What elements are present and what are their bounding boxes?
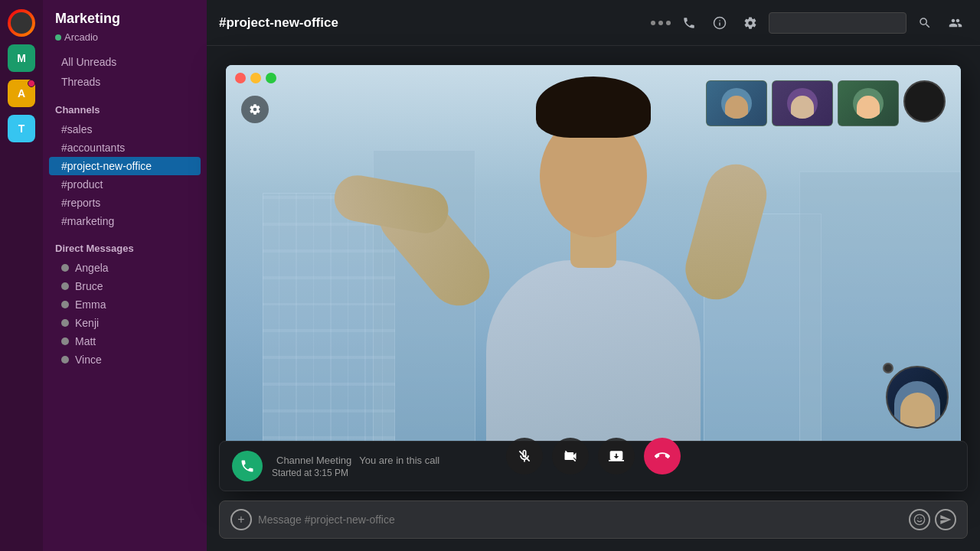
- dm-name-label: Kenji: [75, 317, 99, 329]
- dm-status-dot: [61, 337, 69, 345]
- channels-list: #sales#accountants#project-new-office#pr…: [43, 120, 207, 230]
- dm-name-label: Vince: [75, 354, 102, 366]
- dm-item-kenji[interactable]: Kenji: [49, 314, 201, 332]
- dm-name-label: Angela: [75, 262, 109, 274]
- channel-item-marketing[interactable]: #marketing: [49, 212, 201, 230]
- br-indicator: [883, 363, 893, 373]
- workspace-title: Marketing: [55, 11, 120, 27]
- main-content: #project-new-office: [207, 0, 980, 551]
- dot1: [651, 21, 655, 25]
- dm-item-angela[interactable]: Angela: [49, 259, 201, 277]
- minimize-dot[interactable]: [250, 73, 261, 83]
- search-input[interactable]: [769, 12, 906, 34]
- message-input[interactable]: [258, 514, 903, 526]
- br-thumb: [886, 366, 949, 429]
- maximize-dot[interactable]: [266, 73, 276, 83]
- video-controls: [506, 438, 681, 474]
- nav-threads[interactable]: Threads: [49, 72, 201, 92]
- call-notification-icon: [232, 451, 263, 481]
- channel-header: #project-new-office: [207, 0, 980, 46]
- settings-button[interactable]: [738, 11, 763, 35]
- dm-name-label: Emma: [75, 298, 106, 311]
- dm-name-label: Matt: [75, 335, 96, 347]
- call-button[interactable]: [677, 11, 701, 35]
- workspace-icon-1[interactable]: M: [8, 44, 35, 72]
- participant-thumb-3: [838, 80, 899, 126]
- status-dot: [55, 34, 61, 41]
- channel-item-project-new-office[interactable]: #project-new-office: [49, 157, 201, 175]
- send-button[interactable]: [935, 509, 956, 530]
- br-participant-container: [886, 366, 949, 429]
- header-actions: [651, 11, 968, 35]
- screen-share-button[interactable]: [598, 438, 635, 474]
- video-main: [226, 65, 961, 490]
- mute-button[interactable]: [506, 438, 543, 474]
- dm-status-dot: [61, 264, 69, 272]
- video-overlay: Channel Meeting You are in this call Sta…: [207, 46, 980, 551]
- username-label: Arcadio: [64, 31, 98, 43]
- dm-status-dot: [61, 356, 69, 364]
- search-button[interactable]: [913, 11, 937, 35]
- dm-status-dot: [61, 319, 69, 327]
- dm-status-dot: [61, 282, 69, 290]
- video-settings-button[interactable]: [241, 96, 269, 123]
- participant-thumbnails: [706, 80, 946, 126]
- channel-item-reports[interactable]: #reports: [49, 194, 201, 212]
- channels-section-label: Channels: [43, 92, 207, 120]
- header-dots: [651, 21, 671, 25]
- dm-item-matt[interactable]: Matt: [49, 332, 201, 350]
- dm-item-emma[interactable]: Emma: [49, 295, 201, 314]
- participant-thumb-2: [772, 80, 833, 126]
- svg-point-3: [914, 514, 924, 524]
- window-controls[interactable]: [235, 73, 276, 83]
- video-window: [226, 65, 961, 490]
- channel-title: #project-new-office: [219, 15, 642, 31]
- dm-item-vince[interactable]: Vince: [49, 350, 201, 369]
- close-dot[interactable]: [235, 73, 246, 83]
- dm-name-label: Bruce: [75, 280, 103, 292]
- info-button[interactable]: [707, 11, 732, 35]
- message-input-row: +: [219, 500, 968, 539]
- dm-status-dot: [61, 301, 69, 308]
- dot3: [666, 21, 671, 25]
- workspace-avatar-ring[interactable]: [8, 9, 35, 37]
- workspace-icons-column: M A T: [0, 0, 43, 551]
- emoji-button[interactable]: [909, 509, 930, 530]
- channel-item-sales[interactable]: #sales: [49, 120, 201, 139]
- participant-thumb-dark: [903, 80, 946, 122]
- workspace-icon-3[interactable]: T: [8, 115, 35, 142]
- svg-point-4: [917, 517, 918, 518]
- workspace-name: Marketing: [43, 0, 207, 30]
- bottom-right-participant: [886, 366, 949, 429]
- add-attachment-button[interactable]: +: [230, 509, 252, 530]
- channel-item-accountants[interactable]: #accountants: [49, 139, 201, 157]
- dm-section-label: Direct Messages: [43, 230, 207, 259]
- workspace-icon-2[interactable]: A: [8, 80, 35, 107]
- camera-button[interactable]: [552, 438, 589, 474]
- user-status: Arcadio: [43, 30, 207, 52]
- dot2: [658, 21, 663, 25]
- svg-point-5: [920, 517, 921, 518]
- channel-item-product[interactable]: #product: [49, 175, 201, 194]
- dm-item-bruce[interactable]: Bruce: [49, 277, 201, 295]
- input-actions: [909, 509, 956, 530]
- dm-list: AngelaBruceEmmaKenjiMattVince: [43, 259, 207, 369]
- nav-all-unreads[interactable]: All Unreads: [49, 52, 201, 72]
- end-call-button[interactable]: [644, 438, 681, 474]
- members-button[interactable]: [943, 11, 968, 35]
- participant-thumb-1: [706, 80, 767, 126]
- video-person: [226, 65, 961, 490]
